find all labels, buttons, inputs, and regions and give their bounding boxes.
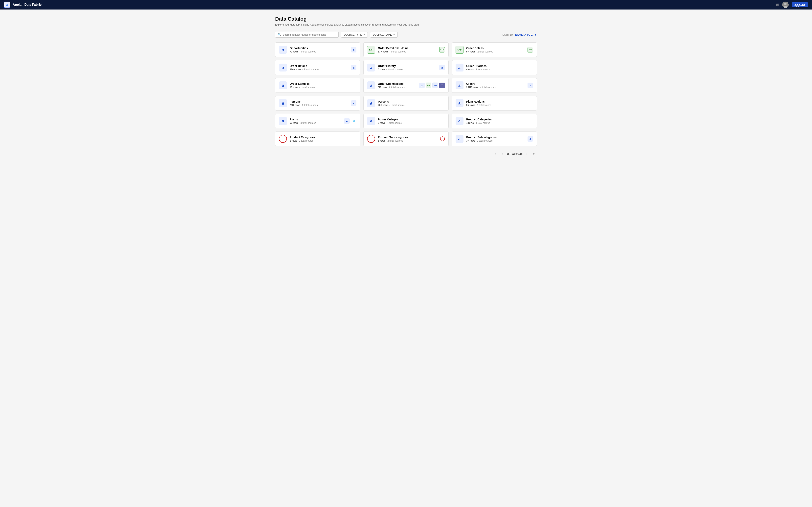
card-right: SAP bbox=[439, 47, 445, 53]
source-appian-tag: a bbox=[527, 82, 533, 88]
source-sap-tag: SAP bbox=[439, 47, 445, 53]
card-left: a Orders 257K rows · 4 total sources bbox=[456, 81, 496, 89]
card-left: a Plants 60 rows · 3 total sources bbox=[279, 117, 316, 125]
catalog-card[interactable]: a Order Priorities 4 rows · 1 total sour… bbox=[452, 60, 537, 75]
main-content: Data Catalog Explore your data fabric us… bbox=[267, 9, 545, 163]
card-info: Product Subcategories 37 rows · 2 total … bbox=[466, 136, 497, 142]
card-left: SAP Order Detail SKU Joins 13K rows · 3 … bbox=[367, 46, 408, 54]
catalog-card[interactable]: a Order Submissions 5K rows · 6 total so… bbox=[363, 78, 448, 93]
card-right: a bbox=[527, 136, 533, 142]
card-meta: 25 rows · 1 total source bbox=[466, 104, 492, 107]
card-name: Persons bbox=[378, 100, 405, 103]
catalog-card[interactable]: Product Categories 1 rows · 1 total sour… bbox=[275, 131, 360, 146]
card-name: Product Subcategories bbox=[378, 136, 408, 139]
catalog-card[interactable]: a Order Details 996K rows · 5 total sour… bbox=[275, 60, 360, 75]
appian-brand: appian bbox=[792, 2, 808, 7]
source-windows-tag: ⊞ bbox=[351, 118, 356, 124]
app-logo[interactable]: a bbox=[4, 2, 10, 8]
catalog-card[interactable]: a Power Outages 0 rows · 1 total source bbox=[363, 114, 448, 128]
card-meta: 257K rows · 4 total sources bbox=[466, 86, 496, 89]
catalog-card[interactable]: Product Subcategories 1 rows · 2 total s… bbox=[363, 131, 448, 146]
card-name: Orders bbox=[466, 82, 496, 86]
card-left: a Product Subcategories 37 rows · 2 tota… bbox=[456, 135, 497, 143]
sort-value[interactable]: NAME (A TO Z) ▼ bbox=[515, 33, 537, 36]
appian-icon: a bbox=[456, 81, 463, 89]
filters-bar: 🔍 SOURCE TYPE ▼ SOURCE NAME ▼ SORT BY NA… bbox=[275, 32, 537, 38]
appian-icon: a bbox=[367, 117, 375, 125]
source-type-filter[interactable]: SOURCE TYPE ▼ bbox=[341, 32, 368, 38]
header-left: a Appian Data Fabric bbox=[4, 2, 42, 8]
card-left: a Product Categories 4 rows · 1 total so… bbox=[456, 117, 492, 125]
catalog-card[interactable]: a Product Subcategories 37 rows · 2 tota… bbox=[452, 131, 537, 146]
card-right: a bbox=[351, 47, 356, 53]
appian-icon: a bbox=[456, 99, 463, 107]
card-meta: 5K rows · 6 total sources bbox=[378, 86, 405, 89]
card-right: a bbox=[351, 65, 356, 70]
source-sap-tag: SAP bbox=[426, 82, 432, 88]
catalog-card[interactable]: a Order History 0 rows · 3 total sources… bbox=[363, 60, 448, 75]
catalog-card[interactable]: a Opportunities 72 rows · 3 total source… bbox=[275, 42, 360, 57]
card-meta: 60 rows · 3 total sources bbox=[290, 122, 316, 124]
first-page-button[interactable]: « bbox=[493, 151, 498, 157]
search-box[interactable]: 🔍 bbox=[275, 32, 339, 38]
catalog-card[interactable]: a Product Categories 4 rows · 1 total so… bbox=[452, 114, 537, 128]
card-meta: 4 rows · 1 total source bbox=[466, 122, 492, 124]
card-info: Order Statuses 13 rows · 1 total source bbox=[290, 82, 315, 89]
card-meta: 37 rows · 2 total sources bbox=[466, 139, 497, 142]
appian-icon: a bbox=[279, 64, 287, 71]
catalog-card[interactable]: a Order Statuses 13 rows · 1 total sourc… bbox=[275, 78, 360, 93]
card-meta: 0 rows · 3 total sources bbox=[378, 68, 403, 71]
card-left: a Power Outages 0 rows · 1 total source bbox=[367, 117, 402, 125]
page-description: Explore your data fabric using Appian's … bbox=[275, 23, 537, 26]
card-meta: 13 rows · 1 total source bbox=[290, 86, 315, 89]
sap-icon: SAP bbox=[367, 46, 375, 54]
card-left: a Order Details 996K rows · 5 total sour… bbox=[279, 64, 319, 71]
card-left: a Order Priorities 4 rows · 1 total sour… bbox=[456, 64, 490, 71]
header-right: ⊞ appian bbox=[776, 2, 808, 8]
card-info: Product Categories 1 rows · 1 total sour… bbox=[290, 136, 315, 142]
card-info: Persons 20K rows · 2 total sources bbox=[290, 100, 317, 107]
catalog-card[interactable]: SAP Order Detail SKU Joins 13K rows · 3 … bbox=[363, 42, 448, 57]
app-title: Appian Data Fabric bbox=[13, 3, 42, 6]
catalog-card[interactable]: a Persons 20K rows · 1 total source bbox=[363, 96, 448, 111]
page-title: Data Catalog bbox=[275, 16, 537, 22]
grid-icon[interactable]: ⊞ bbox=[776, 3, 779, 7]
catalog-card[interactable]: a Plant Regions 25 rows · 1 total source bbox=[452, 96, 537, 111]
card-name: Product Categories bbox=[290, 136, 315, 139]
source-sap-tag: SAP bbox=[527, 47, 533, 53]
source-teams-tag: T bbox=[439, 82, 445, 88]
card-name: Product Categories bbox=[466, 118, 492, 121]
chevron-down-icon: ▼ bbox=[393, 34, 395, 36]
source-appian-tag: a bbox=[419, 82, 425, 88]
avatar[interactable] bbox=[782, 2, 789, 8]
catalog-card[interactable]: a Orders 257K rows · 4 total sources a bbox=[452, 78, 537, 93]
card-name: Plants bbox=[290, 118, 316, 121]
source-appian-tag: a bbox=[351, 47, 356, 53]
card-meta: 20K rows · 1 total source bbox=[378, 104, 405, 107]
sort-by-label: SORT BY bbox=[502, 33, 514, 36]
card-left: a Order History 0 rows · 3 total sources bbox=[367, 64, 403, 71]
svg-point-1 bbox=[784, 3, 786, 5]
card-name: Order Detail SKU Joins bbox=[378, 47, 408, 50]
prev-page-button[interactable]: ‹ bbox=[500, 151, 505, 157]
card-left: a Plant Regions 25 rows · 1 total source bbox=[456, 99, 492, 107]
catalog-card[interactable]: a Persons 20K rows · 2 total sources a bbox=[275, 96, 360, 111]
card-name: Power Outages bbox=[378, 118, 402, 121]
search-input[interactable] bbox=[283, 33, 336, 36]
pagination: « ‹ 55 - 72 of 118 › » bbox=[275, 151, 537, 157]
card-left: SAP Order Details 5K rows · 2 total sour… bbox=[456, 46, 493, 54]
catalog-card[interactable]: SAP Order Details 5K rows · 2 total sour… bbox=[452, 42, 537, 57]
appian-icon: a bbox=[279, 117, 287, 125]
card-meta: 1 rows · 2 total sources bbox=[378, 139, 408, 142]
catalog-card[interactable]: a Plants 60 rows · 3 total sources a⊞ bbox=[275, 114, 360, 128]
card-info: Product Categories 4 rows · 1 total sour… bbox=[466, 118, 492, 124]
card-info: Order Detail SKU Joins 13K rows · 3 tota… bbox=[378, 47, 408, 53]
card-meta: 996K rows · 5 total sources bbox=[290, 68, 319, 71]
source-appian-tag: a bbox=[351, 65, 356, 70]
source-sap-blue-tag: SAP bbox=[433, 82, 438, 88]
card-right: a bbox=[439, 65, 445, 70]
source-name-filter[interactable]: SOURCE NAME ▼ bbox=[370, 32, 398, 38]
last-page-button[interactable]: » bbox=[531, 151, 537, 157]
source-type-label: SOURCE TYPE bbox=[344, 33, 362, 36]
next-page-button[interactable]: › bbox=[524, 151, 530, 157]
